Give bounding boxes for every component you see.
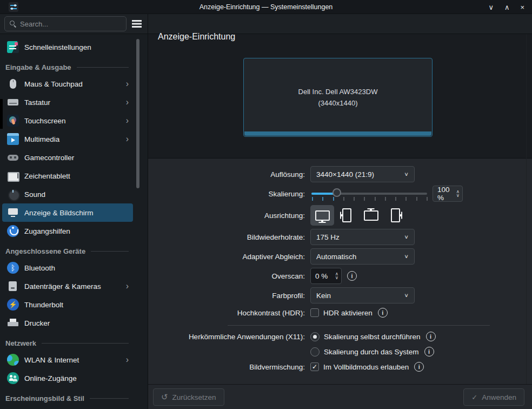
sidebar-section-netzwerk: Netzwerk — [0, 335, 135, 351]
scaling-spinbox[interactable]: 100 % — [433, 186, 463, 202]
x11-scale-system-label: Skalierung durch das System — [324, 348, 419, 356]
sidebar-item-drucker[interactable]: Drucker — [2, 314, 133, 332]
orientation-label: Ausrichtung: — [148, 212, 310, 220]
footer: Zurücksetzen Anwenden — [148, 384, 532, 409]
chevron-right-icon — [126, 116, 129, 125]
x11-scale-system-radio[interactable] — [310, 347, 320, 357]
toolbar: Anzeige-Einrichtung — [0, 14, 532, 34]
sidebar-item-sound[interactable]: Sound — [2, 185, 133, 203]
info-icon[interactable] — [426, 332, 436, 341]
info-icon[interactable] — [378, 308, 388, 318]
refresh-rate-dropdown[interactable]: 175 Hz — [310, 229, 415, 245]
chevron-down-icon — [404, 292, 409, 298]
info-icon[interactable] — [424, 347, 434, 357]
sidebar-item-anzeige-bildschirm[interactable]: Anzeige & Bildschirm — [2, 203, 133, 222]
blending-checkbox-label: Im Vollbildmodus erlauben — [323, 363, 409, 371]
chevron-down-icon — [404, 234, 409, 240]
chevron-right-icon — [126, 135, 129, 143]
monitor-landscape-flipped-icon — [364, 210, 378, 221]
sidebar-item-schnelleinstellungen[interactable]: Schnelleinstellungen — [2, 38, 133, 56]
spin-down-icon[interactable] — [335, 276, 338, 280]
chevron-right-icon — [126, 355, 129, 364]
x11-scale-self-label: Skalierung selbst durchführen — [324, 333, 421, 341]
sidebar-item-touchscreen[interactable]: Touchscreen — [2, 111, 133, 130]
sidebar-item-datentraeger-kameras[interactable]: Datenträger & Kameras — [2, 277, 133, 295]
main-panel: Dell Inc. Dell AW3423DW (3440x1440) Aufl… — [148, 34, 532, 384]
keyboard-icon — [7, 96, 19, 108]
info-icon[interactable] — [414, 362, 424, 372]
sidebar-item-multimedia[interactable]: Multimedia — [2, 130, 133, 148]
adaptive-sync-dropdown[interactable]: Automatisch — [310, 248, 415, 265]
x11-scale-self-radio[interactable] — [310, 332, 320, 341]
sidebar-section-erscheinungsbild-stil: Erscheinungsbild & Stil — [0, 391, 135, 406]
refresh-rate-label: Bildwiederholrate: — [148, 233, 310, 241]
printer-icon — [7, 317, 19, 329]
multimedia-icon — [7, 133, 19, 145]
maximize-button[interactable]: ∧ — [504, 3, 510, 11]
slider-handle[interactable] — [332, 188, 341, 197]
search-box[interactable] — [4, 16, 127, 31]
sidebar-scrollbar[interactable] — [136, 39, 139, 188]
sidebar-item-tastatur[interactable]: Tastatur — [2, 93, 133, 111]
titlebar[interactable]: Anzeige-Einrichtung — Systemeinstellunge… — [0, 0, 532, 14]
sidebar-item-zeichentablett[interactable]: Zeichentablett — [2, 167, 133, 185]
sidebar-item-online-zugaenge[interactable]: Online-Zugänge — [2, 369, 133, 387]
form-separator — [228, 325, 490, 326]
touchscreen-icon — [7, 115, 19, 127]
undo-icon — [161, 392, 168, 402]
overscan-spinbox[interactable]: 0 % — [310, 268, 342, 284]
minimize-button[interactable]: ∨ — [488, 3, 494, 11]
sound-icon — [7, 188, 19, 200]
sidebar-item-thunderbolt[interactable]: Thunderbolt — [2, 295, 133, 314]
color-profile-dropdown[interactable]: Kein — [310, 287, 415, 304]
scaling-slider[interactable] — [311, 186, 427, 202]
search-input[interactable] — [20, 20, 121, 28]
display-icon — [7, 207, 19, 219]
reset-button[interactable]: Zurücksetzen — [153, 388, 224, 406]
chevron-right-icon — [126, 282, 129, 291]
sidebar-item-bluetooth[interactable]: Bluetooth — [2, 259, 133, 277]
chevron-down-icon — [404, 171, 409, 177]
sidebar-item-maus-touchpad[interactable]: Maus & Touchpad — [2, 75, 133, 93]
monitor-panel-bar — [244, 131, 431, 136]
hdr-checkbox-label: HDR aktivieren — [323, 309, 373, 317]
monitor-name: Dell Inc. Dell AW3423DW — [298, 86, 378, 97]
orientation-portrait-right-button[interactable] — [383, 205, 407, 226]
orientation-landscape-flipped-button[interactable] — [359, 205, 383, 226]
monitor-portrait-left-icon — [342, 208, 351, 222]
sidebar-item-zugangshilfen[interactable]: Zugangshilfen — [2, 222, 133, 240]
search-icon — [10, 21, 16, 27]
monitor-portrait-right-icon — [391, 208, 400, 222]
orientation-portrait-left-button[interactable] — [335, 205, 358, 226]
bluetooth-icon — [7, 262, 19, 274]
sidebar-section-angeschlossene-geraete: Angeschlossene Geräte — [0, 243, 135, 259]
mouse-icon — [7, 78, 19, 90]
color-profile-label: Farbprofil: — [148, 292, 310, 300]
sidebar-item-gamecontroller[interactable]: Gamecontroller — [2, 148, 133, 167]
chevron-right-icon — [126, 80, 129, 88]
chevron-right-icon — [126, 98, 129, 107]
orientation-landscape-button[interactable] — [310, 205, 334, 226]
monitor-landscape-icon — [315, 210, 330, 221]
close-button[interactable]: × — [520, 3, 524, 11]
apply-button[interactable]: Anwenden — [463, 388, 524, 406]
sidebar-item-wlan-internet[interactable]: WLAN & Internet — [2, 351, 133, 369]
hdr-label: Hochkontrast (HDR): — [148, 309, 310, 317]
resolution-dropdown[interactable]: 3440×1440 (21:9) — [310, 166, 415, 182]
accessibility-icon — [7, 225, 19, 237]
overscan-label: Overscan: — [148, 272, 310, 280]
chevron-down-icon — [404, 253, 409, 259]
hdr-checkbox[interactable] — [310, 308, 319, 317]
display-settings-form: Auflösung: 3440×1440 (21:9) Skalierung: … — [148, 159, 532, 373]
monitor-preview[interactable]: Dell Inc. Dell AW3423DW (3440x1440) — [243, 58, 433, 137]
spin-down-icon[interactable] — [456, 194, 460, 197]
x11-apps-label: Herkömmliche Anwendungen (X11): — [148, 333, 310, 341]
hamburger-menu-icon[interactable] — [131, 18, 142, 29]
info-icon[interactable] — [347, 271, 357, 281]
globe-icon — [7, 354, 19, 366]
checkmark-icon — [471, 393, 477, 401]
quick-settings-icon — [7, 41, 19, 53]
sidebar: Schnelleinstellungen Eingabe & Ausgabe M… — [0, 34, 148, 409]
blending-checkbox[interactable] — [310, 362, 319, 371]
disks-cameras-icon — [7, 280, 19, 292]
